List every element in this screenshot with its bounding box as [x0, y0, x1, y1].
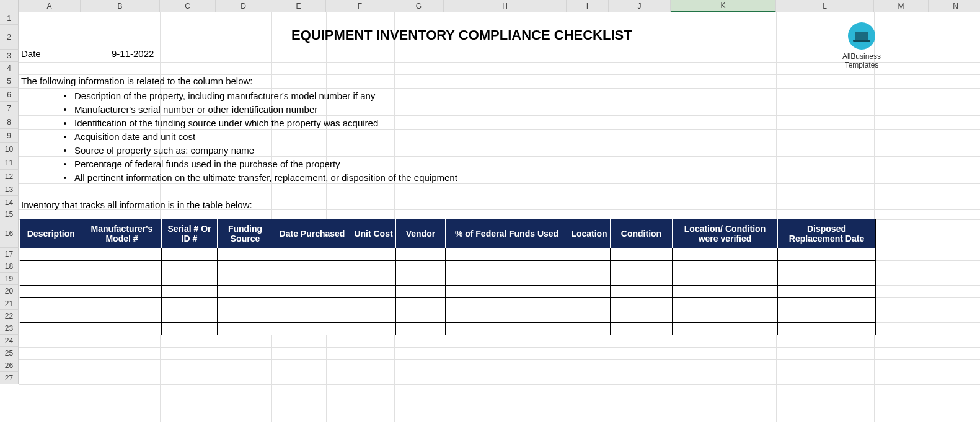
row-header-20[interactable]: 20: [0, 285, 19, 297]
column-header-A[interactable]: A: [19, 0, 81, 12]
row-header-3[interactable]: 3: [0, 50, 19, 62]
table-cell[interactable]: [673, 273, 778, 285]
row-header-22[interactable]: 22: [0, 310, 19, 322]
table-cell[interactable]: [20, 260, 82, 273]
table-cell[interactable]: [446, 260, 568, 273]
table-cell[interactable]: [351, 248, 396, 260]
select-all-corner[interactable]: [0, 0, 19, 12]
table-cell[interactable]: [162, 297, 218, 310]
row-header-13[interactable]: 13: [0, 183, 19, 196]
table-cell[interactable]: [568, 297, 611, 310]
table-cell[interactable]: [396, 297, 446, 310]
table-cell[interactable]: [162, 273, 218, 285]
table-cell[interactable]: [273, 273, 351, 285]
table-cell[interactable]: [82, 310, 162, 322]
table-cell[interactable]: [611, 297, 673, 310]
table-cell[interactable]: [162, 260, 218, 273]
row-header-21[interactable]: 21: [0, 297, 19, 310]
table-cell[interactable]: [673, 248, 778, 260]
table-cell[interactable]: [446, 248, 568, 260]
row-header-10[interactable]: 10: [0, 143, 19, 156]
table-cell[interactable]: [218, 260, 273, 273]
row-header-19[interactable]: 19: [0, 273, 19, 285]
column-header-M[interactable]: M: [874, 0, 929, 12]
column-header-C[interactable]: C: [160, 0, 216, 12]
table-cell[interactable]: [568, 273, 611, 285]
table-cell[interactable]: [162, 310, 218, 322]
table-cell[interactable]: [778, 285, 876, 297]
row-header-12[interactable]: 12: [0, 170, 19, 183]
table-cell[interactable]: [446, 285, 568, 297]
table-cell[interactable]: [218, 297, 273, 310]
table-cell[interactable]: [396, 248, 446, 260]
table-cell[interactable]: [673, 322, 778, 335]
table-header-cell[interactable]: Description: [20, 219, 82, 248]
table-cell[interactable]: [218, 310, 273, 322]
table-cell[interactable]: [273, 285, 351, 297]
table-cell[interactable]: [778, 273, 876, 285]
table-cell[interactable]: [778, 260, 876, 273]
column-header-I[interactable]: I: [567, 0, 609, 12]
table-header-cell[interactable]: % of Federal Funds Used: [446, 219, 568, 248]
table-cell[interactable]: [673, 297, 778, 310]
table-cell[interactable]: [568, 285, 611, 297]
table-cell[interactable]: [20, 310, 82, 322]
row-header-17[interactable]: 17: [0, 248, 19, 260]
column-header-E[interactable]: E: [271, 0, 326, 12]
table-cell[interactable]: [351, 285, 396, 297]
table-cell[interactable]: [568, 310, 611, 322]
table-cell[interactable]: [351, 297, 396, 310]
column-header-D[interactable]: D: [216, 0, 271, 12]
table-cell[interactable]: [20, 297, 82, 310]
row-header-8[interactable]: 8: [0, 115, 19, 129]
table-cell[interactable]: [611, 260, 673, 273]
table-header-cell[interactable]: Funding Source: [218, 219, 273, 248]
table-cell[interactable]: [611, 273, 673, 285]
table-cell[interactable]: [162, 285, 218, 297]
row-header-15[interactable]: 15: [0, 209, 19, 219]
table-cell[interactable]: [396, 273, 446, 285]
table-cell[interactable]: [446, 297, 568, 310]
column-header-H[interactable]: H: [444, 0, 567, 12]
table-cell[interactable]: [351, 260, 396, 273]
row-header-26[interactable]: 26: [0, 359, 19, 372]
table-header-cell[interactable]: Unit Cost: [351, 219, 396, 248]
table-cell[interactable]: [273, 310, 351, 322]
row-header-5[interactable]: 5: [0, 74, 19, 88]
table-cell[interactable]: [20, 273, 82, 285]
table-cell[interactable]: [273, 297, 351, 310]
table-header-cell[interactable]: Serial # Or ID #: [162, 219, 218, 248]
column-header-N[interactable]: N: [929, 0, 980, 12]
table-header-cell[interactable]: Manufacturer's Model #: [82, 219, 162, 248]
table-cell[interactable]: [82, 273, 162, 285]
table-cell[interactable]: [218, 248, 273, 260]
table-cell[interactable]: [778, 322, 876, 335]
row-header-9[interactable]: 9: [0, 129, 19, 143]
table-cell[interactable]: [446, 322, 568, 335]
table-cell[interactable]: [568, 260, 611, 273]
row-header-25[interactable]: 25: [0, 347, 19, 359]
table-cell[interactable]: [568, 248, 611, 260]
table-cell[interactable]: [218, 285, 273, 297]
table-cell[interactable]: [446, 310, 568, 322]
table-cell[interactable]: [82, 260, 162, 273]
table-cell[interactable]: [778, 248, 876, 260]
table-cell[interactable]: [82, 248, 162, 260]
table-cell[interactable]: [778, 297, 876, 310]
table-cell[interactable]: [673, 310, 778, 322]
row-header-24[interactable]: 24: [0, 335, 19, 347]
table-cell[interactable]: [273, 248, 351, 260]
table-cell[interactable]: [273, 322, 351, 335]
column-header-B[interactable]: B: [81, 0, 160, 12]
row-header-11[interactable]: 11: [0, 156, 19, 170]
table-cell[interactable]: [611, 310, 673, 322]
table-cell[interactable]: [396, 260, 446, 273]
table-cell[interactable]: [396, 285, 446, 297]
inventory-table[interactable]: DescriptionManufacturer's Model #Serial …: [20, 219, 876, 335]
table-header-cell[interactable]: Date Purchased: [273, 219, 351, 248]
table-cell[interactable]: [162, 322, 218, 335]
table-cell[interactable]: [20, 322, 82, 335]
table-cell[interactable]: [778, 310, 876, 322]
row-header-16[interactable]: 16: [0, 219, 19, 248]
row-header-4[interactable]: 4: [0, 62, 19, 74]
